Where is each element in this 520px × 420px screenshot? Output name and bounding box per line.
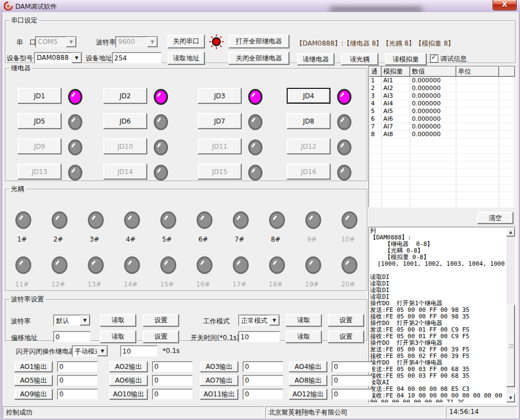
ao-button-3[interactable]: AO3输出	[200, 361, 238, 372]
work-mode-combobox[interactable]: 正常模式 ▼	[238, 315, 280, 326]
relay-button-jd7[interactable]: JD7	[198, 113, 242, 129]
ao-button-4[interactable]: AO4输出	[289, 361, 327, 372]
analog-cell	[499, 77, 515, 85]
port-combobox[interactable]: COM5 ▼	[35, 36, 77, 48]
analog-row[interactable]: 1AI10.000000	[370, 77, 515, 85]
analog-cell	[499, 92, 515, 100]
analog-row[interactable]: 8AI80.000000	[370, 131, 515, 138]
chevron-down-icon[interactable]: ▼	[80, 315, 90, 326]
ao-input-11[interactable]	[243, 389, 283, 400]
ao-input-7[interactable]	[243, 375, 283, 386]
analog-cell	[499, 100, 515, 108]
close-all-relays-button[interactable]: 关闭全部继电器	[228, 52, 289, 65]
ao-button-1[interactable]: AO1输出	[14, 361, 53, 372]
relay-button-jd14[interactable]: JD14	[103, 164, 147, 180]
clear-log-button[interactable]: 清空	[477, 212, 513, 224]
ao-input-1[interactable]	[57, 361, 98, 372]
analog-row[interactable]: 5AI50.000000	[370, 108, 515, 115]
relay-button-jd1[interactable]: JD1	[18, 88, 61, 104]
flash-time-input[interactable]	[120, 345, 158, 357]
ao-input-9[interactable]	[57, 389, 98, 400]
ao-input-10[interactable]	[152, 389, 193, 400]
ao-button-9[interactable]: AO9输出	[14, 389, 53, 400]
flash-time-unit-label: *0.1s	[163, 347, 180, 355]
analog-cell	[410, 192, 456, 200]
relay-button-jd2[interactable]: JD2	[103, 88, 147, 104]
relay-button-jd3[interactable]: JD3	[198, 88, 242, 104]
device-addr-input[interactable]	[112, 52, 161, 64]
offset-set-button[interactable]: 设置	[143, 331, 179, 343]
ao-button-8[interactable]: AO8输出	[289, 375, 327, 386]
analog-row[interactable]: 7AI70.000000	[370, 123, 515, 131]
relay-cell: JD13	[18, 164, 94, 181]
analog-cell	[410, 200, 456, 208]
close-button[interactable]: X	[493, 0, 517, 10]
chevron-down-icon[interactable]: ▼	[147, 37, 158, 47]
port-label: 串 口	[16, 38, 36, 47]
baud-combobox[interactable]: 9600 ▼	[115, 36, 158, 48]
ao-button-10[interactable]: AO10输出	[109, 389, 148, 400]
ao-cell: AO11输出	[200, 389, 293, 401]
chevron-down-icon[interactable]: ▼	[66, 37, 76, 47]
ao-input-12[interactable]	[332, 389, 372, 400]
ao-input-3[interactable]	[243, 361, 283, 372]
relay-button-jd16[interactable]: JD16	[287, 164, 331, 180]
relay-button-jd4[interactable]: JD4	[287, 88, 331, 104]
scroll-up-icon[interactable]: ▲	[506, 228, 515, 237]
chevron-down-icon[interactable]: ▼	[97, 346, 108, 356]
switch-time-read-button[interactable]: 读取	[286, 331, 322, 343]
close-port-button[interactable]: 关闭串口	[167, 35, 205, 48]
read-addr-button[interactable]: 读取地址	[167, 52, 205, 65]
ao-input-8[interactable]	[332, 375, 372, 386]
log-scrollbar[interactable]: ▲ ▼	[506, 228, 515, 402]
opto-label-13: 13#	[78, 281, 111, 288]
analog-row[interactable]: 2AI20.000000	[370, 85, 515, 92]
ao-input-6[interactable]	[152, 375, 193, 386]
ao-button-7[interactable]: AO7输出	[200, 375, 238, 386]
scroll-down-icon[interactable]: ▼	[506, 394, 515, 402]
ao-button-6[interactable]: AO6输出	[109, 375, 148, 386]
relay-button-jd6[interactable]: JD6	[103, 113, 147, 129]
opto-label-12: 12#	[42, 281, 75, 288]
open-all-relays-button[interactable]: 打开全部继电器	[228, 35, 289, 48]
relay-button-jd12[interactable]: JD12	[287, 138, 331, 154]
relay-button-jd5[interactable]: JD5	[18, 113, 61, 129]
flash-mode-combobox[interactable]: 手动模式 ▼	[72, 345, 108, 357]
chevron-down-icon[interactable]: ▼	[269, 315, 279, 326]
ao-input-4[interactable]	[332, 361, 372, 372]
relay-button-jd9[interactable]: JD9	[18, 138, 61, 154]
baud-set-button[interactable]: 设置	[143, 314, 179, 327]
baud-read-button[interactable]: 读取	[100, 314, 136, 327]
ao-input-2[interactable]	[152, 361, 193, 372]
analog-cell	[499, 200, 515, 208]
debug-info-checkbox[interactable]	[430, 54, 438, 63]
relay-button-jd11[interactable]: JD11	[198, 138, 242, 154]
baud-setting-combobox[interactable]: 默认 ▼	[53, 315, 91, 326]
chevron-down-icon[interactable]: ▼	[71, 53, 82, 63]
offset-addr-input[interactable]	[53, 331, 91, 343]
read-analog-button[interactable]: 读模拟量	[385, 53, 427, 65]
relay-button-jd13[interactable]: JD13	[18, 164, 61, 180]
relay-button-jd8[interactable]: JD8	[287, 113, 331, 129]
ao-button-11[interactable]: AO11输出	[200, 389, 238, 400]
analog-row[interactable]: 6AI60.000000	[370, 115, 515, 123]
offset-read-button[interactable]: 读取	[100, 331, 136, 343]
work-mode-read-button[interactable]: 读取	[286, 314, 322, 327]
scrollbar-thumb[interactable]	[506, 305, 515, 387]
opto-label-8: 8#	[259, 236, 292, 243]
analog-cell	[456, 92, 499, 100]
analog-row[interactable]: 3AI30.000000	[370, 92, 515, 100]
ao-button-12[interactable]: AO12输出	[289, 389, 327, 400]
relay-button-jd15[interactable]: JD15	[198, 164, 242, 180]
analog-cell	[456, 115, 499, 123]
analog-row[interactable]: 4AI40.000000	[370, 100, 515, 108]
switch-time-input[interactable]	[238, 331, 280, 343]
analog-row-empty	[370, 200, 515, 208]
ao-button-2[interactable]: AO2输出	[109, 361, 148, 372]
work-mode-set-button[interactable]: 设置	[328, 314, 364, 327]
ao-input-5[interactable]	[57, 375, 98, 386]
switch-time-set-button[interactable]: 设置	[328, 331, 364, 343]
relay-button-jd10[interactable]: JD10	[103, 138, 147, 154]
model-combobox[interactable]: DAM0888 ▼	[34, 52, 82, 64]
ao-button-5[interactable]: AO5输出	[14, 375, 53, 386]
